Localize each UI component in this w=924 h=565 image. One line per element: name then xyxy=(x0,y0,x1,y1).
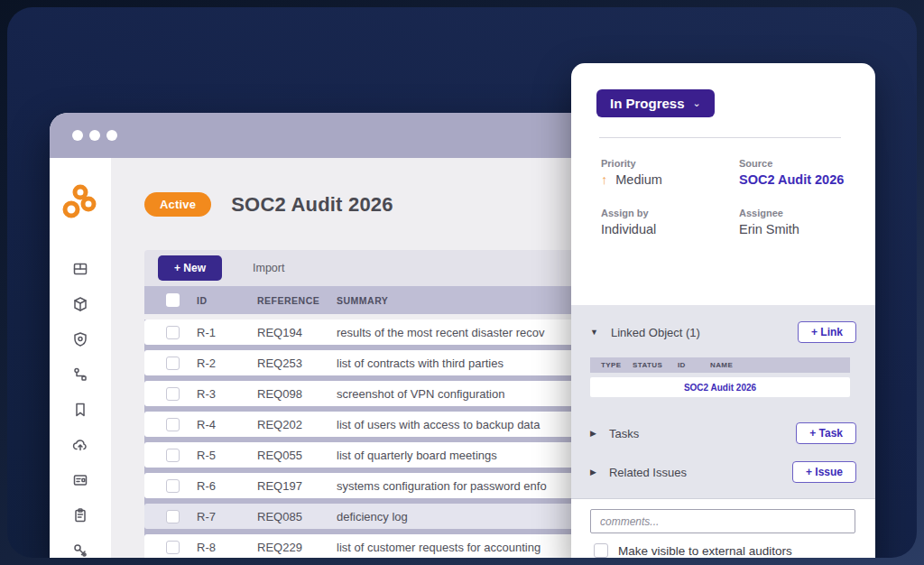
linked-object-table: TYPE STATUS ID NAME SOC2 Audit 2026 xyxy=(590,357,850,397)
expand-triangle-icon[interactable]: ▶ xyxy=(590,429,596,438)
linked-col-name: NAME xyxy=(710,361,733,369)
key-icon[interactable] xyxy=(72,542,88,558)
detail-fields: Priority ↑Medium Source SOC2 Audit 2026 … xyxy=(601,158,865,236)
add-issue-button[interactable]: + Issue xyxy=(792,461,856,483)
row-reference: REQ253 xyxy=(257,357,337,370)
dark-backdrop: Active SOC2 Audit 2026 + New Import ID R… xyxy=(7,7,917,558)
row-id: R-8 xyxy=(197,541,257,554)
status-badge: Active xyxy=(144,192,211,217)
priority-label: Priority xyxy=(601,158,739,169)
linked-object-name[interactable]: SOC2 Audit 2026 xyxy=(684,383,756,393)
row-reference: REQ229 xyxy=(257,541,337,554)
tasks-section: ▶ Tasks + Task xyxy=(590,422,856,444)
priority-up-icon: ↑ xyxy=(601,172,607,187)
package-icon[interactable] xyxy=(72,296,88,312)
clipboard-icon[interactable] xyxy=(72,507,88,523)
linked-col-id: ID xyxy=(678,361,710,369)
workflow-icon[interactable] xyxy=(72,366,88,383)
row-checkbox[interactable] xyxy=(166,510,180,523)
collapse-triangle-icon[interactable]: ▼ xyxy=(590,328,598,337)
row-id: R-1 xyxy=(197,326,257,339)
panel-divider xyxy=(599,137,841,138)
linked-col-type: TYPE xyxy=(601,361,633,369)
linked-object-section: ▼ Linked Object (1) + Link xyxy=(590,321,856,343)
add-task-button[interactable]: + Task xyxy=(796,422,856,444)
detail-panel: In Progress ⌄ Priority ↑Medium Source SO… xyxy=(571,63,875,558)
row-checkbox[interactable] xyxy=(166,357,180,370)
add-link-button[interactable]: + Link xyxy=(798,321,856,343)
external-visibility-checkbox[interactable] xyxy=(594,543,608,558)
row-reference: REQ202 xyxy=(257,418,337,431)
bookmark-icon[interactable] xyxy=(72,402,88,418)
window-controls[interactable] xyxy=(72,130,117,141)
assignee-value: Erin Smith xyxy=(739,222,865,236)
window-dot[interactable] xyxy=(89,130,100,141)
tasks-title[interactable]: Tasks xyxy=(609,427,639,440)
new-button[interactable]: + New xyxy=(158,255,222,281)
row-id: R-3 xyxy=(197,387,257,401)
source-label: Source xyxy=(739,158,865,169)
row-id: R-7 xyxy=(197,510,257,523)
row-checkbox[interactable] xyxy=(166,541,180,554)
status-dropdown-label: In Progress xyxy=(610,96,685,111)
assignee-label: Assignee xyxy=(739,208,865,218)
priority-value: Medium xyxy=(615,172,662,187)
id-card-icon[interactable] xyxy=(72,472,88,488)
cloud-upload-icon[interactable] xyxy=(72,437,88,453)
row-checkbox[interactable] xyxy=(166,449,180,462)
linked-object-title[interactable]: Linked Object (1) xyxy=(611,326,700,339)
import-button[interactable]: Import xyxy=(253,262,284,274)
related-issues-section: ▶ Related Issues + Issue xyxy=(590,461,856,483)
row-reference: REQ085 xyxy=(257,510,337,523)
row-checkbox[interactable] xyxy=(166,479,180,493)
panel-sections: ▼ Linked Object (1) + Link TYPE STATUS I… xyxy=(571,305,875,499)
sidebar-nav xyxy=(72,261,88,558)
app-logo-icon[interactable] xyxy=(61,184,99,224)
expand-triangle-icon[interactable]: ▶ xyxy=(590,468,596,477)
comments-input[interactable] xyxy=(590,509,855,533)
row-id: R-2 xyxy=(197,357,257,370)
source-field: Source SOC2 Audit 2026 xyxy=(739,158,865,187)
select-all-checkbox[interactable] xyxy=(166,293,180,307)
assignee-field: Assignee Erin Smith xyxy=(739,208,865,236)
column-header-reference[interactable]: REFERENCE xyxy=(257,295,337,306)
sidebar xyxy=(50,158,111,558)
external-visibility-label: Make visible to external auditors xyxy=(618,544,792,558)
shield-icon[interactable] xyxy=(72,331,88,347)
assign-by-field: Assign by Individual xyxy=(601,208,739,236)
row-id: R-6 xyxy=(197,479,257,493)
assign-by-label: Assign by xyxy=(601,208,739,218)
linked-object-row[interactable]: SOC2 Audit 2026 xyxy=(590,377,850,397)
linked-col-status: STATUS xyxy=(633,361,678,369)
window-dot[interactable] xyxy=(72,130,83,141)
priority-field: Priority ↑Medium xyxy=(601,158,739,187)
row-checkbox[interactable] xyxy=(166,326,180,339)
related-issues-title[interactable]: Related Issues xyxy=(609,466,687,479)
visibility-option: Make visible to external auditors xyxy=(594,543,792,558)
assign-by-value: Individual xyxy=(601,222,739,236)
window-dot[interactable] xyxy=(106,130,117,141)
row-reference: REQ098 xyxy=(257,387,337,401)
status-dropdown[interactable]: In Progress ⌄ xyxy=(596,89,715,117)
row-id: R-5 xyxy=(197,449,257,462)
source-link[interactable]: SOC2 Audit 2026 xyxy=(739,172,865,187)
page-header: Active SOC2 Audit 2026 xyxy=(144,192,393,217)
chevron-down-icon: ⌄ xyxy=(693,98,701,108)
row-checkbox[interactable] xyxy=(166,387,180,401)
row-reference: REQ194 xyxy=(257,326,337,339)
row-checkbox[interactable] xyxy=(166,418,180,431)
linked-table-header: TYPE STATUS ID NAME xyxy=(590,357,850,373)
row-id: R-4 xyxy=(197,418,257,431)
row-reference: REQ055 xyxy=(257,449,337,462)
column-header-id[interactable]: ID xyxy=(197,295,257,306)
page-title: SOC2 Audit 2026 xyxy=(231,193,393,217)
row-reference: REQ197 xyxy=(257,479,337,493)
dashboard-icon[interactable] xyxy=(72,261,88,277)
